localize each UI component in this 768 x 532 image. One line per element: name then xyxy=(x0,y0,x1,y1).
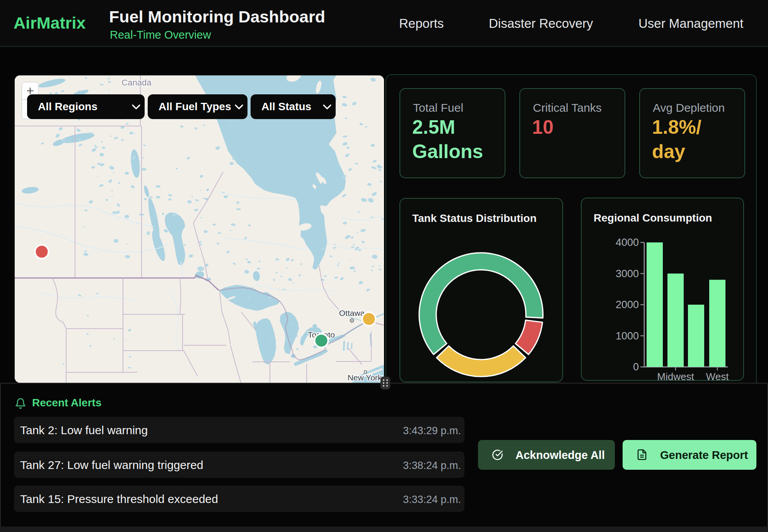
svg-text:4000: 4000 xyxy=(616,237,639,248)
svg-text:Canada: Canada xyxy=(121,78,152,87)
svg-text:3000: 3000 xyxy=(616,268,639,280)
svg-text:West: West xyxy=(706,371,729,382)
svg-text:0: 0 xyxy=(633,361,639,373)
svg-text:New York: New York xyxy=(348,373,382,382)
svg-text:1000: 1000 xyxy=(616,330,639,342)
svg-text:Midwest: Midwest xyxy=(657,371,694,382)
svg-text:Ottawa: Ottawa xyxy=(339,309,365,317)
svg-text:2000: 2000 xyxy=(616,299,639,310)
